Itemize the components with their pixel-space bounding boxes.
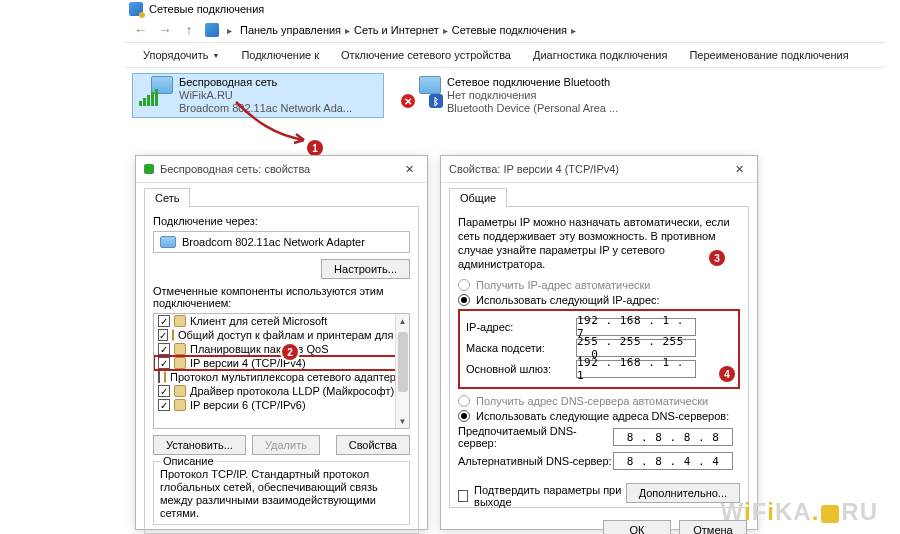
checkbox-icon[interactable]: ✓ xyxy=(158,357,170,369)
nav-row: ← → ↑ ▸ Панель управления ▸ Сеть и Интер… xyxy=(125,18,885,42)
callout-1: 1 xyxy=(307,140,323,156)
bluetooth-conn-icon: ✕ ᛒ xyxy=(405,76,441,106)
chevron-down-icon: ▼ xyxy=(212,52,219,59)
component-row[interactable]: ✓IP версии 6 (TCP/IPv6) xyxy=(154,398,409,412)
device-name: Broadcom 802.11ac Network Adapter xyxy=(182,236,365,248)
chevron-right-icon: ▸ xyxy=(227,25,232,36)
radio-auto-dns[interactable]: Получить адрес DNS-сервера автоматически xyxy=(458,395,740,407)
scrollbar[interactable]: ▲ ▼ xyxy=(395,314,409,428)
confirm-on-exit[interactable]: Подтвердить параметры при выходе xyxy=(458,484,626,508)
components-label: Отмеченные компоненты используются этим … xyxy=(153,285,410,309)
component-row[interactable]: ✓Клиент для сетей Microsoft xyxy=(154,314,409,328)
toolbar-organize[interactable]: Упорядочить ▼ xyxy=(143,49,219,61)
component-icon xyxy=(174,357,186,369)
dialog-title-row: Беспроводная сеть: свойства ✕ xyxy=(136,156,427,183)
tab-network[interactable]: Сеть xyxy=(144,188,190,207)
mask-input[interactable]: 255 . 255 . 255 . 0 xyxy=(576,339,696,357)
nav-forward-icon[interactable]: → xyxy=(157,22,173,38)
description-text: Протокол TCP/IP. Стандартный протокол гл… xyxy=(160,468,403,520)
connection-name: Сетевое подключение Bluetooth xyxy=(447,76,618,89)
toolbar-organize-label: Упорядочить xyxy=(143,49,208,61)
radio-label: Получить IP-адрес автоматически xyxy=(476,279,650,291)
radio-icon xyxy=(458,294,470,306)
tab-general[interactable]: Общие xyxy=(449,188,507,207)
component-button-row: Установить... Удалить Свойства xyxy=(153,435,410,455)
radio-label: Использовать следующие адреса DNS-сервер… xyxy=(476,410,729,422)
scroll-thumb[interactable] xyxy=(398,332,408,392)
connect-via-label: Подключение через: xyxy=(153,215,410,227)
chevron-right-icon: ▸ xyxy=(443,25,448,36)
radio-manual-dns[interactable]: Использовать следующие адреса DNS-сервер… xyxy=(458,410,740,422)
dns1-input[interactable]: 8 . 8 . 8 . 8 xyxy=(613,428,733,446)
adapter-properties-dialog: Беспроводная сеть: свойства ✕ Сеть Подкл… xyxy=(135,155,428,530)
component-icon xyxy=(164,371,166,383)
ok-button[interactable]: ОК xyxy=(603,520,671,534)
watermark-part: KA xyxy=(775,498,812,525)
checkbox-icon[interactable]: ✓ xyxy=(158,385,170,397)
properties-button[interactable]: Свойства xyxy=(336,435,410,455)
component-label: Протокол мультиплексора сетевого адаптер… xyxy=(170,371,410,383)
watermark-part: F xyxy=(752,498,768,525)
component-row[interactable]: ✓IP версии 4 (TCP/IPv4) xyxy=(154,356,409,370)
configure-button[interactable]: Настроить... xyxy=(321,259,410,279)
breadcrumb: Панель управления ▸ Сеть и Интернет ▸ Се… xyxy=(240,24,576,36)
connection-status: WiFikA.RU xyxy=(179,89,352,102)
connection-item-wireless[interactable]: Беспроводная сеть WiFikA.RU Broadcom 802… xyxy=(133,74,383,117)
connection-text: Сетевое подключение Bluetooth Нет подклю… xyxy=(447,76,618,115)
component-label: IP версии 6 (TCP/IPv6) xyxy=(190,399,306,411)
checkbox-icon[interactable]: ✓ xyxy=(158,343,170,355)
component-icon xyxy=(174,385,186,397)
breadcrumb-item-control-panel[interactable]: Панель управления xyxy=(240,24,341,36)
info-paragraph: Параметры IP можно назначать автоматичес… xyxy=(458,215,740,271)
tabs: Сеть xyxy=(136,183,427,206)
radio-icon xyxy=(458,410,470,422)
component-row[interactable]: ✓Общий доступ к файлам и принтерам для с… xyxy=(154,328,409,342)
bluetooth-icon: ᛒ xyxy=(429,94,443,108)
radio-manual-ip[interactable]: Использовать следующий IP-адрес: xyxy=(458,294,740,306)
component-icon xyxy=(174,315,186,327)
install-button[interactable]: Установить... xyxy=(153,435,246,455)
callout-3: 3 xyxy=(709,250,725,266)
checkbox-icon[interactable] xyxy=(158,371,160,383)
toolbar-connect[interactable]: Подключение к xyxy=(241,49,319,61)
connections-list: Беспроводная сеть WiFikA.RU Broadcom 802… xyxy=(125,68,885,123)
tabs: Общие xyxy=(441,183,757,206)
toolbar-diagnose[interactable]: Диагностика подключения xyxy=(533,49,667,61)
ip-fields-group: IP-адрес: 192 . 168 . 1 . 7 Маска подсет… xyxy=(458,309,740,389)
chevron-right-icon: ▸ xyxy=(345,25,350,36)
toolbar-disable[interactable]: Отключение сетевого устройства xyxy=(341,49,511,61)
ip-input[interactable]: 192 . 168 . 1 . 7 xyxy=(576,318,696,336)
nav-back-icon[interactable]: ← xyxy=(133,22,149,38)
watermark-part: W xyxy=(721,498,744,525)
checkbox-icon[interactable]: ✓ xyxy=(158,329,168,341)
remove-button[interactable]: Удалить xyxy=(252,435,320,455)
component-icon xyxy=(174,343,186,355)
radio-auto-ip[interactable]: Получить IP-адрес автоматически xyxy=(458,279,740,291)
nav-up-icon[interactable]: ↑ xyxy=(181,22,197,38)
ipv4-properties-dialog: Свойства: IP версии 4 (TCP/IPv4) ✕ Общие… xyxy=(440,155,758,530)
radio-label: Использовать следующий IP-адрес: xyxy=(476,294,660,306)
close-icon[interactable]: ✕ xyxy=(399,161,419,177)
checkbox-icon[interactable]: ✓ xyxy=(158,399,170,411)
description-group: Описание Протокол TCP/IP. Стандартный пр… xyxy=(153,461,410,525)
scroll-down-icon[interactable]: ▼ xyxy=(396,414,409,428)
connection-status: Нет подключения xyxy=(447,89,618,102)
callout-4: 4 xyxy=(719,366,735,382)
dns2-input[interactable]: 8 . 8 . 4 . 4 xyxy=(613,452,733,470)
connection-text: Беспроводная сеть WiFikA.RU Broadcom 802… xyxy=(179,76,352,115)
scroll-up-icon[interactable]: ▲ xyxy=(396,314,409,328)
component-row[interactable]: ✓Драйвер протокола LLDP (Майкрософт) xyxy=(154,384,409,398)
connection-item-bluetooth[interactable]: ✕ ᛒ Сетевое подключение Bluetooth Нет по… xyxy=(401,74,651,117)
watermark-part: RU xyxy=(841,498,878,525)
close-icon[interactable]: ✕ xyxy=(729,161,749,177)
checkbox-icon[interactable]: ✓ xyxy=(158,315,170,327)
gateway-input[interactable]: 192 . 168 . 1 . 1 xyxy=(576,360,696,378)
component-label: Общий доступ к файлам и принтерам для се… xyxy=(178,329,410,341)
breadcrumb-item-net-connections[interactable]: Сетевые подключения xyxy=(452,24,567,36)
toolbar: Упорядочить ▼ Подключение к Отключение с… xyxy=(125,42,885,68)
dialog-title-row: Свойства: IP версии 4 (TCP/IPv4) ✕ xyxy=(441,156,757,183)
toolbar-rename[interactable]: Переименование подключения xyxy=(689,49,848,61)
breadcrumb-item-net-internet[interactable]: Сеть и Интернет xyxy=(354,24,439,36)
component-row[interactable]: Протокол мультиплексора сетевого адаптер… xyxy=(154,370,409,384)
description-title: Описание xyxy=(160,455,217,467)
